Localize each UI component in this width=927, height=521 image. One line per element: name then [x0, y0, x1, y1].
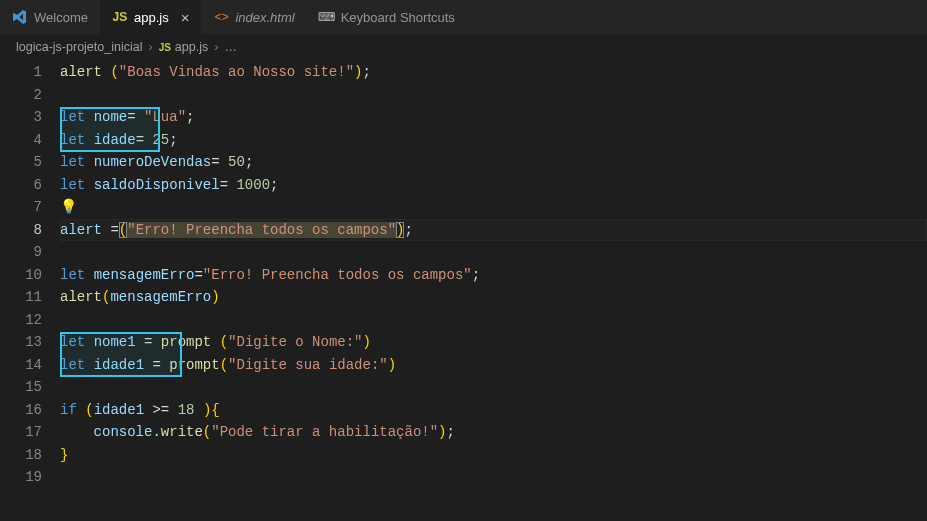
code-line[interactable]: let mensagemErro="Erro! Preencha todos o… [60, 264, 927, 287]
breadcrumb-ellipsis[interactable]: … [224, 40, 237, 54]
lightbulb-icon[interactable]: 💡 [60, 199, 77, 215]
tab-label: Welcome [34, 10, 88, 25]
js-icon: JS [112, 9, 128, 25]
tab-welcome[interactable]: Welcome [0, 0, 100, 34]
close-icon[interactable]: × [181, 9, 190, 26]
code-line[interactable]: let idade= 25; [60, 129, 927, 152]
code-line[interactable]: alert(mensagemErro) [60, 286, 927, 309]
code-editor[interactable]: 1 2 3 4 5 6 7 8 9 10 11 12 13 14 15 16 1… [0, 59, 927, 521]
code-line[interactable]: let idade1 = prompt("Digite sua idade:") [60, 354, 927, 377]
code-content[interactable]: alert ("Boas Vindas ao Nosso site!"); le… [60, 61, 927, 521]
code-line[interactable]: alert =("Erro! Preencha todos os campos"… [60, 219, 927, 242]
tab-label: app.js [134, 10, 169, 25]
code-line[interactable]: alert ("Boas Vindas ao Nosso site!"); [60, 61, 927, 84]
code-line[interactable]: let nome= "Lua"; [60, 106, 927, 129]
code-line[interactable]: let nome1 = prompt ("Digite o Nome:") [60, 331, 927, 354]
tab-label: index.html [235, 10, 294, 25]
breadcrumb[interactable]: logica-js-projeto_inicial › JS app.js › … [0, 35, 927, 59]
code-line[interactable]: let numeroDeVendas= 50; [60, 151, 927, 174]
code-line[interactable] [60, 466, 927, 489]
code-line[interactable] [60, 309, 927, 332]
code-line[interactable]: let saldoDisponivel= 1000; [60, 174, 927, 197]
chevron-right-icon: › [214, 40, 218, 54]
tab-label: Keyboard Shortcuts [341, 10, 455, 25]
code-line[interactable]: if (idade1 >= 18 ){ [60, 399, 927, 422]
breadcrumb-file[interactable]: app.js [175, 40, 208, 54]
tab-bar: Welcome JS app.js × <> index.html ⌨ Keyb… [0, 0, 927, 35]
code-line[interactable] [60, 84, 927, 107]
chevron-right-icon: › [148, 40, 152, 54]
keyboard-icon: ⌨ [319, 9, 335, 25]
tab-index-html[interactable]: <> index.html [201, 0, 306, 34]
tab-keyboard-shortcuts[interactable]: ⌨ Keyboard Shortcuts [307, 0, 467, 34]
code-line[interactable]: console.write("Pode tirar a habilitação!… [60, 421, 927, 444]
code-line[interactable]: } [60, 444, 927, 467]
tab-app-js[interactable]: JS app.js × [100, 0, 201, 34]
code-line[interactable] [60, 376, 927, 399]
vscode-icon [12, 9, 28, 25]
js-icon: JS [159, 42, 171, 53]
code-line[interactable]: 💡 [60, 196, 927, 219]
breadcrumb-project[interactable]: logica-js-projeto_inicial [16, 40, 142, 54]
html-icon: <> [213, 9, 229, 25]
line-number-gutter: 1 2 3 4 5 6 7 8 9 10 11 12 13 14 15 16 1… [0, 61, 60, 521]
code-line[interactable] [60, 241, 927, 264]
